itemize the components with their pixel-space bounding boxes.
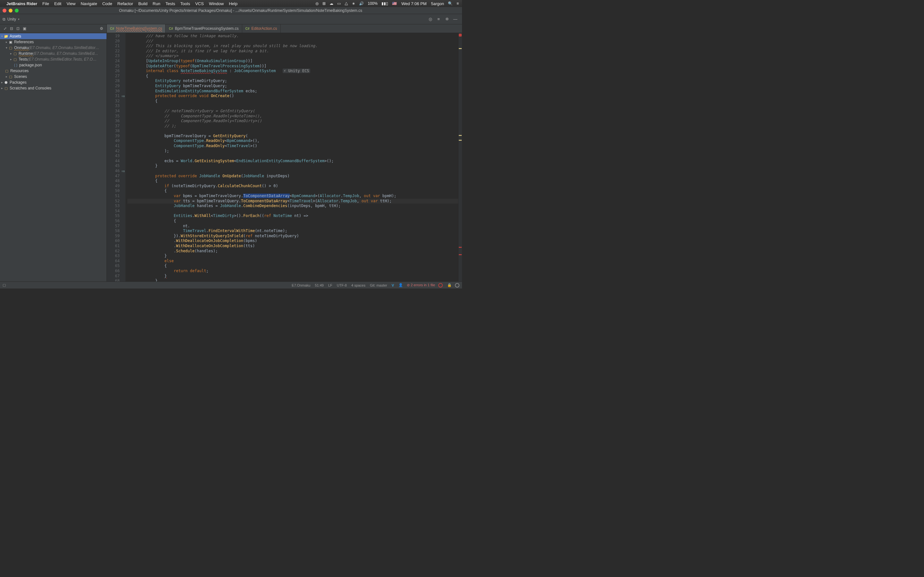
show-all-icon[interactable]: ▣ [21,26,27,31]
error-stripe[interactable] [458,33,462,282]
display-icon[interactable]: ▭ [337,1,341,6]
folder-icon: 📁 [4,34,8,39]
tree-hint: (E7.Onmaku.SimfileEditor.Tests, E7.O… [27,57,97,61]
solution-icon: ⧉ [3,17,5,21]
flag-icon[interactable]: 🇺🇸 [392,1,397,6]
battery-label[interactable]: 100% [368,1,378,6]
clock[interactable]: Wed 7:06 PM [401,1,427,6]
sync-icon[interactable]: ⊡ [15,26,21,31]
target-icon[interactable]: ◎ [427,16,434,23]
tree-label: Scratches and Consoles [10,86,51,90]
close-button[interactable] [3,9,6,13]
tab-label: NoteTimeBakingSystem.cs [116,26,162,31]
editor-body[interactable]: 19202122232425262728293031↑o323334353637… [107,33,462,282]
status-lock-icon[interactable]: 🔒 [447,283,452,287]
tree-scratches[interactable]: ▸ ▢ Scratches and Consoles [0,85,107,91]
tree-onmaku[interactable]: ▾ ▢ Onmaku (E7.Onmaku, E7.Onmaku.Simfile… [0,45,107,51]
sidebar-toolbar: ⤢ ⊟ ⊡ ▣ ⚙ [0,24,107,33]
menu-run[interactable]: Run [153,1,160,6]
menu-build[interactable]: Build [138,1,148,6]
menu-tests[interactable]: Tests [166,1,175,6]
spotlight-icon[interactable]: 🔍 [448,1,453,6]
menu-extras-icon[interactable]: ≡ [457,1,459,6]
tree-hint: (E7.Onmaku, E7.Onmaku.SimfileEditor… [29,45,99,50]
main-toolbar: ⧉ Unity ▾ ◎ ≡ ✲ — [0,14,462,24]
tree-label: Packages [10,80,27,85]
tab-label: EditorAction.cs [252,26,277,31]
status-icon-1[interactable]: ◎ [315,1,318,6]
status-context[interactable]: E7.Onmaku [292,284,310,287]
minimize-button[interactable] [9,9,13,13]
folder-icon: ▢ [13,57,17,61]
code-area[interactable]: /// have to follow the linkage manually.… [126,33,458,282]
status-dot-1[interactable] [438,283,443,287]
tree-resources[interactable]: ▢ Resources [0,68,107,74]
menu-view[interactable]: View [66,1,75,6]
tree-label: Runtime [19,51,33,56]
lang-badge: C# [169,27,173,31]
sort-icon[interactable]: ≡ [435,16,442,23]
folder-icon: ▢ [5,69,9,73]
status-encoding[interactable]: UTF-8 [337,284,347,287]
gear-icon[interactable]: ⚙ [98,26,105,31]
cloud-icon[interactable]: ☁ [330,1,333,6]
solution-crumb[interactable]: ⧉ Unity ▾ [3,17,19,21]
tree-assets[interactable]: ▾ 📁 Assets [0,33,107,39]
user-label[interactable]: 5argon [431,1,444,6]
tree-packages[interactable]: ▸ ⬢ Packages [0,79,107,85]
editor-tabs: C# NoteTimeBakingSystem.cs C# BpmTimeTra… [107,24,462,33]
tree-references[interactable]: ▸ ▣ References [0,39,107,45]
chevron-down-icon: ▾ [18,18,19,21]
status-v-icon[interactable]: V [392,284,394,287]
tree-label: Onmaku [14,45,29,50]
tree-tests[interactable]: ▸ ▢ Tests (E7.Onmaku.SimfileEditor.Tests… [0,56,107,62]
collapse-all-icon[interactable]: ⊟ [8,26,15,31]
folder-icon: ▢ [13,52,17,56]
error-indicator-icon[interactable] [459,34,462,37]
status-git[interactable]: Git: master [370,284,387,287]
solution-tree: ▾ 📁 Assets ▸ ▣ References ▾ ▢ Onmaku (E7… [0,33,107,92]
tab-note-time-baking[interactable]: C# NoteTimeBakingSystem.cs [107,24,166,33]
bluetooth-icon[interactable]: ∗ [352,1,355,6]
status-errors[interactable]: ⊘ 2 errors in 1 file [407,283,435,287]
menu-navigate[interactable]: Navigate [81,1,97,6]
expand-icon[interactable]: ⤢ [2,26,8,31]
menu-edit[interactable]: Edit [54,1,61,6]
menu-refactor[interactable]: Refactor [118,1,133,6]
tree-label: Assets [10,34,21,39]
menu-file[interactable]: File [42,1,49,6]
dropbox-icon[interactable]: ⊞ [322,1,326,6]
collapse-icon[interactable]: — [452,16,459,23]
maximize-button[interactable] [15,9,19,13]
tree-label: Resources [10,69,29,73]
tool-window-toggle-icon[interactable]: ▢ [3,283,6,287]
menu-tools[interactable]: Tools [180,1,190,6]
status-indent[interactable]: 4 spaces [351,284,365,287]
lang-badge: C# [246,27,250,31]
app-name[interactable]: JetBrains Rider [6,1,37,6]
tab-bpm-time-travel[interactable]: C# BpmTimeTravelProcessingSystem.cs [166,24,242,33]
macos-menubar: JetBrains Rider File Edit View Navigate … [0,0,462,7]
tab-editor-action[interactable]: C# EditorAction.cs [242,24,281,33]
menu-code[interactable]: Code [102,1,112,6]
volume-icon[interactable]: 🔊 [359,1,364,6]
settings-icon[interactable]: ✲ [443,16,451,23]
wifi-icon[interactable]: ⧋ [344,1,348,6]
menu-help[interactable]: Help [229,1,237,6]
status-caret-pos[interactable]: 51:49 [315,284,324,287]
status-inspect-icon[interactable]: 👤 [399,283,403,287]
status-dot-2[interactable] [455,283,459,287]
solution-label: Unity [7,17,16,21]
tree-label: Tests [19,57,27,61]
menu-window[interactable]: Window [209,1,224,6]
scratches-icon: ▢ [4,86,8,90]
battery-icon[interactable]: ▮▮▯ [381,1,388,6]
tree-label: package.json [19,63,42,67]
folder-icon: ▢ [8,46,13,50]
tree-runtime[interactable]: ▸ ▢ Runtime (E7.Onmaku, E7.Onmaku.Simfil… [0,51,107,56]
line-number-gutter: 19202122232425262728293031↑o323334353637… [107,33,126,282]
menu-vcs[interactable]: VCS [195,1,204,6]
tree-scenes[interactable]: ▸ ▢ Scenes [0,74,107,79]
tree-package-json[interactable]: { } package.json [0,62,107,68]
status-eol[interactable]: LF [328,284,333,287]
